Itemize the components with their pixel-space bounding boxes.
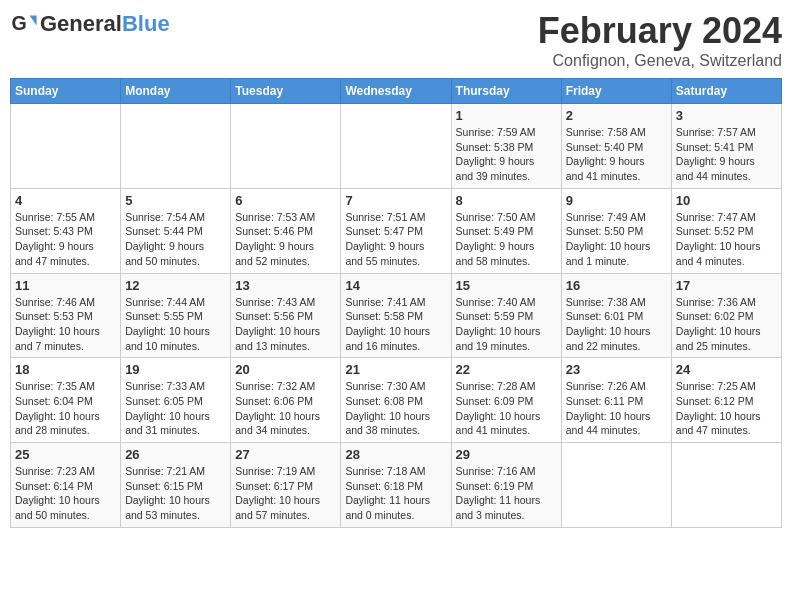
calendar-cell: [561, 443, 671, 528]
day-info: Sunrise: 7:59 AM Sunset: 5:38 PM Dayligh…: [456, 125, 557, 184]
day-number: 22: [456, 362, 557, 377]
day-number: 1: [456, 108, 557, 123]
day-info: Sunrise: 7:38 AM Sunset: 6:01 PM Dayligh…: [566, 295, 667, 354]
day-number: 5: [125, 193, 226, 208]
calendar-cell: 8Sunrise: 7:50 AM Sunset: 5:49 PM Daylig…: [451, 188, 561, 273]
logo: G GeneralBlue: [10, 10, 170, 38]
day-info: Sunrise: 7:21 AM Sunset: 6:15 PM Dayligh…: [125, 464, 226, 523]
calendar-cell: 25Sunrise: 7:23 AM Sunset: 6:14 PM Dayli…: [11, 443, 121, 528]
calendar-cell: 18Sunrise: 7:35 AM Sunset: 6:04 PM Dayli…: [11, 358, 121, 443]
day-number: 14: [345, 278, 446, 293]
subtitle: Confignon, Geneva, Switzerland: [538, 52, 782, 70]
week-row-3: 11Sunrise: 7:46 AM Sunset: 5:53 PM Dayli…: [11, 273, 782, 358]
day-number: 21: [345, 362, 446, 377]
calendar-cell: 16Sunrise: 7:38 AM Sunset: 6:01 PM Dayli…: [561, 273, 671, 358]
calendar-cell: 6Sunrise: 7:53 AM Sunset: 5:46 PM Daylig…: [231, 188, 341, 273]
header-day-thursday: Thursday: [451, 79, 561, 104]
day-number: 8: [456, 193, 557, 208]
logo-icon: G: [10, 10, 38, 38]
day-number: 10: [676, 193, 777, 208]
day-number: 13: [235, 278, 336, 293]
day-number: 20: [235, 362, 336, 377]
day-number: 16: [566, 278, 667, 293]
calendar-cell: 4Sunrise: 7:55 AM Sunset: 5:43 PM Daylig…: [11, 188, 121, 273]
week-row-2: 4Sunrise: 7:55 AM Sunset: 5:43 PM Daylig…: [11, 188, 782, 273]
calendar-cell: 29Sunrise: 7:16 AM Sunset: 6:19 PM Dayli…: [451, 443, 561, 528]
day-info: Sunrise: 7:25 AM Sunset: 6:12 PM Dayligh…: [676, 379, 777, 438]
day-info: Sunrise: 7:35 AM Sunset: 6:04 PM Dayligh…: [15, 379, 116, 438]
day-number: 28: [345, 447, 446, 462]
header-day-friday: Friday: [561, 79, 671, 104]
calendar-table: SundayMondayTuesdayWednesdayThursdayFrid…: [10, 78, 782, 528]
day-info: Sunrise: 7:33 AM Sunset: 6:05 PM Dayligh…: [125, 379, 226, 438]
calendar-body: 1Sunrise: 7:59 AM Sunset: 5:38 PM Daylig…: [11, 104, 782, 528]
day-number: 12: [125, 278, 226, 293]
svg-marker-1: [30, 16, 37, 26]
header: G GeneralBlue February 2024 Confignon, G…: [10, 10, 782, 70]
calendar-cell: 21Sunrise: 7:30 AM Sunset: 6:08 PM Dayli…: [341, 358, 451, 443]
header-day-wednesday: Wednesday: [341, 79, 451, 104]
calendar-cell: 23Sunrise: 7:26 AM Sunset: 6:11 PM Dayli…: [561, 358, 671, 443]
calendar-cell: 14Sunrise: 7:41 AM Sunset: 5:58 PM Dayli…: [341, 273, 451, 358]
svg-text:G: G: [11, 12, 26, 34]
day-number: 19: [125, 362, 226, 377]
day-info: Sunrise: 7:18 AM Sunset: 6:18 PM Dayligh…: [345, 464, 446, 523]
day-number: 2: [566, 108, 667, 123]
day-number: 29: [456, 447, 557, 462]
day-info: Sunrise: 7:36 AM Sunset: 6:02 PM Dayligh…: [676, 295, 777, 354]
day-info: Sunrise: 7:16 AM Sunset: 6:19 PM Dayligh…: [456, 464, 557, 523]
calendar-cell: [121, 104, 231, 189]
day-info: Sunrise: 7:44 AM Sunset: 5:55 PM Dayligh…: [125, 295, 226, 354]
calendar-cell: 5Sunrise: 7:54 AM Sunset: 5:44 PM Daylig…: [121, 188, 231, 273]
calendar-cell: 10Sunrise: 7:47 AM Sunset: 5:52 PM Dayli…: [671, 188, 781, 273]
day-info: Sunrise: 7:30 AM Sunset: 6:08 PM Dayligh…: [345, 379, 446, 438]
calendar-cell: 12Sunrise: 7:44 AM Sunset: 5:55 PM Dayli…: [121, 273, 231, 358]
day-number: 18: [15, 362, 116, 377]
calendar-cell: 19Sunrise: 7:33 AM Sunset: 6:05 PM Dayli…: [121, 358, 231, 443]
title-area: February 2024 Confignon, Geneva, Switzer…: [538, 10, 782, 70]
calendar-cell: 27Sunrise: 7:19 AM Sunset: 6:17 PM Dayli…: [231, 443, 341, 528]
day-info: Sunrise: 7:50 AM Sunset: 5:49 PM Dayligh…: [456, 210, 557, 269]
logo-line1: General: [40, 11, 122, 36]
logo-text: GeneralBlue: [40, 12, 170, 36]
calendar-header: SundayMondayTuesdayWednesdayThursdayFrid…: [11, 79, 782, 104]
day-info: Sunrise: 7:53 AM Sunset: 5:46 PM Dayligh…: [235, 210, 336, 269]
day-info: Sunrise: 7:54 AM Sunset: 5:44 PM Dayligh…: [125, 210, 226, 269]
day-info: Sunrise: 7:43 AM Sunset: 5:56 PM Dayligh…: [235, 295, 336, 354]
calendar-cell: 17Sunrise: 7:36 AM Sunset: 6:02 PM Dayli…: [671, 273, 781, 358]
day-info: Sunrise: 7:23 AM Sunset: 6:14 PM Dayligh…: [15, 464, 116, 523]
header-day-saturday: Saturday: [671, 79, 781, 104]
calendar-cell: 9Sunrise: 7:49 AM Sunset: 5:50 PM Daylig…: [561, 188, 671, 273]
header-day-monday: Monday: [121, 79, 231, 104]
day-number: 17: [676, 278, 777, 293]
day-info: Sunrise: 7:28 AM Sunset: 6:09 PM Dayligh…: [456, 379, 557, 438]
calendar-cell: 3Sunrise: 7:57 AM Sunset: 5:41 PM Daylig…: [671, 104, 781, 189]
week-row-4: 18Sunrise: 7:35 AM Sunset: 6:04 PM Dayli…: [11, 358, 782, 443]
week-row-5: 25Sunrise: 7:23 AM Sunset: 6:14 PM Dayli…: [11, 443, 782, 528]
day-number: 4: [15, 193, 116, 208]
day-number: 3: [676, 108, 777, 123]
day-number: 6: [235, 193, 336, 208]
calendar-cell: 26Sunrise: 7:21 AM Sunset: 6:15 PM Dayli…: [121, 443, 231, 528]
day-info: Sunrise: 7:51 AM Sunset: 5:47 PM Dayligh…: [345, 210, 446, 269]
day-info: Sunrise: 7:55 AM Sunset: 5:43 PM Dayligh…: [15, 210, 116, 269]
day-number: 7: [345, 193, 446, 208]
calendar-cell: 20Sunrise: 7:32 AM Sunset: 6:06 PM Dayli…: [231, 358, 341, 443]
day-number: 9: [566, 193, 667, 208]
calendar-cell: [671, 443, 781, 528]
day-info: Sunrise: 7:46 AM Sunset: 5:53 PM Dayligh…: [15, 295, 116, 354]
week-row-1: 1Sunrise: 7:59 AM Sunset: 5:38 PM Daylig…: [11, 104, 782, 189]
header-day-tuesday: Tuesday: [231, 79, 341, 104]
calendar-cell: [231, 104, 341, 189]
header-row: SundayMondayTuesdayWednesdayThursdayFrid…: [11, 79, 782, 104]
calendar-cell: [11, 104, 121, 189]
day-number: 24: [676, 362, 777, 377]
calendar-cell: 15Sunrise: 7:40 AM Sunset: 5:59 PM Dayli…: [451, 273, 561, 358]
calendar-cell: 7Sunrise: 7:51 AM Sunset: 5:47 PM Daylig…: [341, 188, 451, 273]
calendar-cell: [341, 104, 451, 189]
calendar-cell: 13Sunrise: 7:43 AM Sunset: 5:56 PM Dayli…: [231, 273, 341, 358]
day-info: Sunrise: 7:49 AM Sunset: 5:50 PM Dayligh…: [566, 210, 667, 269]
logo-line2: Blue: [122, 11, 170, 36]
day-info: Sunrise: 7:32 AM Sunset: 6:06 PM Dayligh…: [235, 379, 336, 438]
calendar-cell: 2Sunrise: 7:58 AM Sunset: 5:40 PM Daylig…: [561, 104, 671, 189]
